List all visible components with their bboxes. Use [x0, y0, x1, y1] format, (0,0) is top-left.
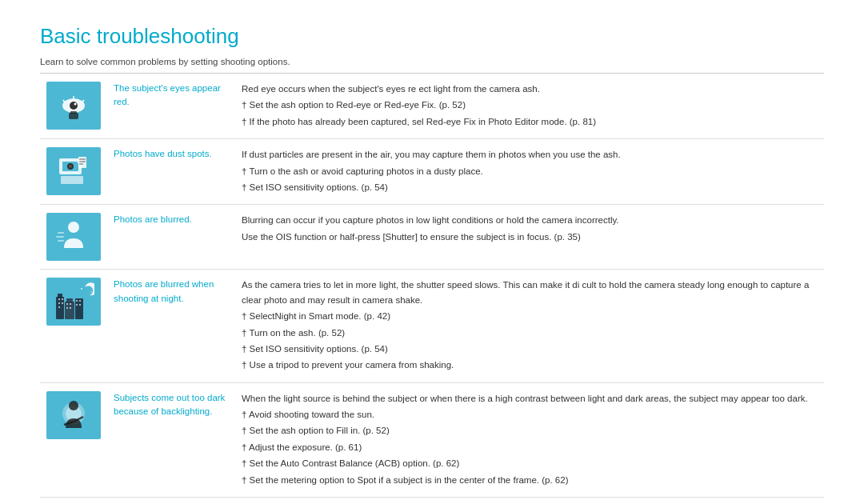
desc-line: Red eye occurs when the subject's eyes r…: [242, 82, 818, 96]
desc-cell-blurred: Blurring can occur if you capture photos…: [235, 205, 824, 270]
svg-point-12: [69, 165, 72, 168]
camera-stack-icon: [46, 147, 101, 195]
svg-rect-25: [62, 298, 63, 300]
svg-rect-33: [66, 307, 68, 309]
label-cell-blurred: Photos are blurred.: [107, 205, 235, 270]
troubleshooting-table: The subject's eyes appear red.Red eye oc…: [40, 74, 824, 498]
icon-cell-dust-spots: [40, 139, 107, 205]
svg-rect-34: [70, 307, 71, 309]
svg-rect-7: [70, 111, 77, 114]
label-cell-backlighting: Subjects come out too dark because of ba…: [107, 382, 235, 497]
svg-rect-39: [79, 304, 81, 306]
page-subtitle: Learn to solve common problems by settin…: [40, 57, 824, 74]
svg-point-42: [90, 292, 92, 294]
desc-cell-red-eye: Red eye occurs when the subject's eyes r…: [235, 74, 824, 139]
desc-cell-backlighting: When the light source is behind the subj…: [235, 382, 824, 497]
svg-rect-10: [61, 176, 83, 184]
svg-rect-30: [66, 298, 73, 303]
desc-cell-blurred-night: As the camera tries to let in more light…: [235, 270, 824, 382]
svg-point-41: [87, 286, 89, 287]
table-row: Photos are blurred.Blurring can occur if…: [40, 205, 824, 270]
svg-rect-23: [58, 294, 62, 298]
city-night-icon: [46, 278, 101, 326]
row-label-red-eye: The subject's eyes appear red.: [114, 83, 221, 106]
svg-rect-27: [62, 302, 63, 304]
desc-line: As the camera tries to let in more light…: [242, 278, 818, 307]
desc-line: † If the photo has already been captured…: [242, 114, 818, 129]
person-blur-icon: [46, 213, 101, 261]
svg-line-3: [63, 100, 65, 102]
label-cell-dust-spots: Photos have dust spots.: [107, 139, 235, 205]
svg-rect-6: [69, 113, 78, 119]
desc-line: Use the OIS function or half-press [Shut…: [242, 230, 818, 244]
svg-rect-36: [76, 300, 78, 302]
svg-rect-20: [56, 236, 64, 238]
svg-rect-31: [66, 303, 68, 305]
eye-icon: [46, 82, 101, 130]
svg-rect-15: [79, 158, 86, 160]
svg-line-5: [82, 100, 84, 102]
svg-rect-16: [79, 161, 86, 162]
icon-cell-blurred-night: [40, 270, 107, 382]
desc-line: † Adjust the exposure. (p. 61): [242, 440, 818, 454]
svg-rect-24: [58, 298, 60, 300]
icon-cell-red-eye: [40, 74, 107, 139]
row-label-blurred-night: Photos are blurred when shooting at nigh…: [114, 279, 214, 302]
desc-line: When the light source is behind the subj…: [242, 391, 818, 406]
desc-line: † SelectNight in Smart mode. (p. 42): [242, 309, 818, 323]
desc-line: † Set ISO sensitivity options. (p. 54): [242, 342, 818, 356]
svg-rect-19: [58, 232, 64, 234]
desc-line: † Turn o the ash or avoid capturing phot…: [242, 164, 818, 178]
desc-line: If dust particles are present in the air…: [242, 147, 818, 162]
desc-line: † Use a tripod to prevent your camera fr…: [242, 358, 818, 372]
label-cell-blurred-night: Photos are blurred when shooting at nigh…: [107, 270, 235, 382]
svg-point-18: [68, 222, 79, 233]
desc-line: † Set the ash option to Fill in. (p. 52): [242, 423, 818, 438]
page-container: Basic troubleshooting Learn to solve com…: [0, 0, 864, 504]
desc-line: † Set ISO sensitivity options. (p. 54): [242, 180, 818, 194]
desc-line: † Set the ash option to Red-eye or Red-e…: [242, 98, 818, 112]
desc-line: Blurring can occur if you capture photos…: [242, 213, 818, 227]
table-row: Subjects come out too dark because of ba…: [40, 382, 824, 497]
desc-cell-dust-spots: If dust particles are present in the air…: [235, 139, 824, 205]
svg-rect-17: [79, 163, 83, 165]
row-label-dust-spots: Photos have dust spots.: [114, 149, 212, 158]
svg-rect-21: [58, 240, 64, 242]
desc-line: † Turn on the ash. (p. 52): [242, 326, 818, 340]
page-title: Basic troubleshooting: [40, 24, 824, 49]
svg-point-1: [70, 102, 78, 110]
row-label-backlighting: Subjects come out too dark because of ba…: [114, 393, 225, 416]
table-row: Photos are blurred when shooting at nigh…: [40, 270, 824, 382]
icon-cell-blurred: [40, 205, 107, 270]
svg-point-2: [74, 103, 77, 106]
svg-point-45: [69, 401, 78, 410]
svg-rect-28: [58, 306, 60, 308]
svg-rect-38: [76, 304, 78, 306]
table-row: The subject's eyes appear red.Red eye oc…: [40, 74, 824, 139]
svg-point-40: [81, 288, 82, 290]
desc-line: † Set the Auto Contrast Balance (ACB) op…: [242, 456, 818, 470]
person-backlight-icon: [46, 391, 101, 439]
table-row: Photos have dust spots.If dust particles…: [40, 139, 824, 205]
svg-rect-32: [70, 303, 71, 305]
desc-line: † Set the metering option to Spot if a s…: [242, 473, 818, 487]
label-cell-red-eye: The subject's eyes appear red.: [107, 74, 235, 139]
svg-rect-26: [58, 302, 60, 304]
svg-rect-37: [79, 300, 81, 302]
desc-line: † Avoid shooting toward the sun.: [242, 407, 818, 422]
row-label-blurred: Photos are blurred.: [114, 214, 192, 224]
icon-cell-backlighting: [40, 382, 107, 497]
